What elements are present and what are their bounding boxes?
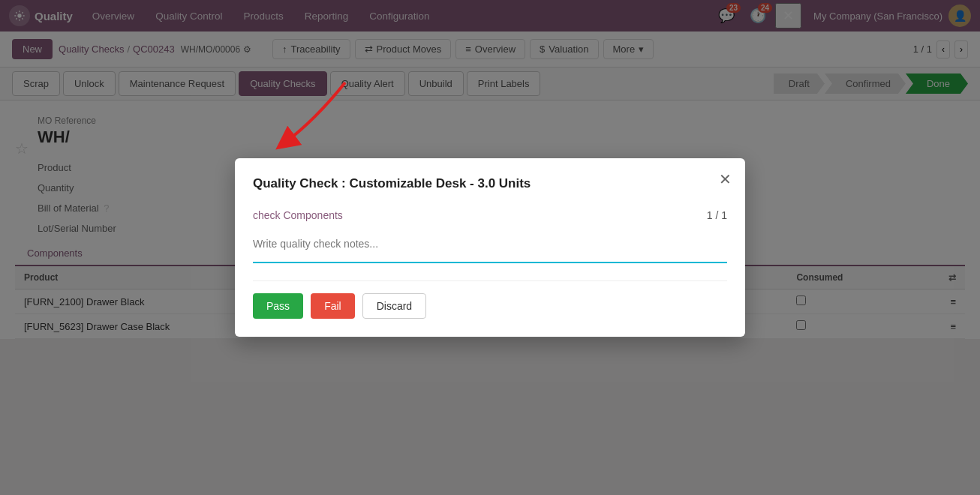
modal-divider — [253, 280, 727, 281]
modal-title: Quality Check : Customizable Desk - 3.0 … — [253, 176, 727, 191]
modal-check-row: check Components 1 / 1 — [253, 209, 727, 221]
modal-overlay[interactable]: ✕ Quality Check : Customizable Desk - 3.… — [0, 0, 980, 495]
modal-dialog: ✕ Quality Check : Customizable Desk - 3.… — [235, 158, 745, 337]
fail-button[interactable]: Fail — [311, 293, 355, 319]
modal-close-button[interactable]: ✕ — [719, 170, 732, 188]
modal-check-count: 1 / 1 — [707, 209, 727, 221]
discard-button[interactable]: Discard — [362, 293, 426, 319]
modal-check-link[interactable]: check Components — [253, 209, 343, 221]
modal-actions: Pass Fail Discard — [253, 293, 727, 319]
pass-button[interactable]: Pass — [253, 293, 303, 319]
modal-notes-input[interactable] — [253, 233, 727, 263]
